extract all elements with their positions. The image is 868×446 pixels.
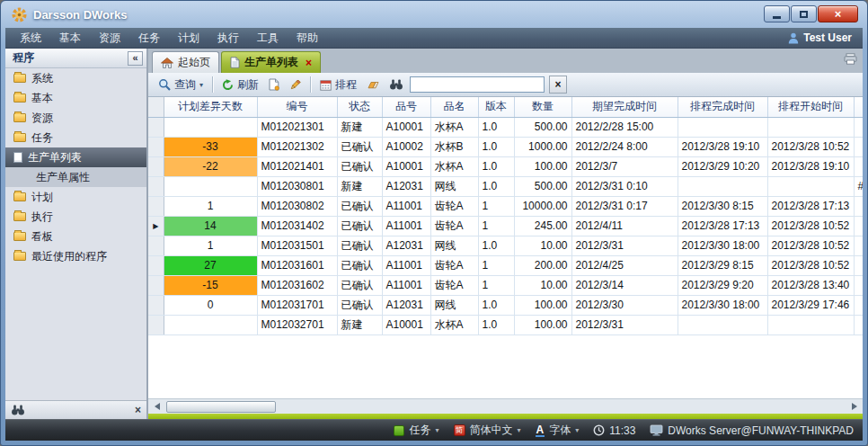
column-header-item_no[interactable]: 品号 bbox=[382, 97, 430, 117]
row-indicator bbox=[148, 196, 164, 216]
scrollbar-track[interactable] bbox=[164, 400, 846, 414]
table-row[interactable]: 27M012031601已确认A11001齿轮A1200.002012/4/25… bbox=[148, 255, 863, 275]
tab-production-order-list[interactable]: 生产单列表 × bbox=[221, 51, 321, 73]
schedule-button[interactable]: 排程 bbox=[316, 76, 360, 94]
table-row[interactable]: ▶14M012031402已确认A11001齿轮A1245.002012/4/1… bbox=[148, 216, 863, 236]
status-font[interactable]: A 字体 ▾ bbox=[536, 423, 580, 438]
sidebar-search-bar[interactable]: × bbox=[5, 400, 146, 419]
row-indicator bbox=[148, 275, 164, 295]
column-header-status[interactable]: 状态 bbox=[337, 97, 382, 117]
sidebar-item-9[interactable]: 看板 bbox=[5, 227, 146, 246]
query-button[interactable]: 查询 ▾ bbox=[155, 76, 207, 94]
sidebar-item-label: 系统 bbox=[31, 71, 53, 86]
title-bar[interactable]: Darsson DWorks bbox=[1, 1, 867, 28]
table-row[interactable]: M012030801新建A12031网线1.0500.002012/3/31 0… bbox=[148, 176, 863, 196]
cell-diff bbox=[164, 176, 257, 196]
cell-expect: 2012/3/31 bbox=[571, 236, 678, 255]
row-indicator bbox=[148, 295, 164, 315]
sidebar-search-clear-icon[interactable]: × bbox=[135, 404, 141, 416]
table-row[interactable]: M012021301新建A10001水杯A1.0500.002012/2/28 … bbox=[148, 117, 863, 137]
app-gear-icon bbox=[12, 7, 27, 22]
sidebar-item-1[interactable]: 系统 bbox=[5, 68, 146, 88]
tab-home[interactable]: 起始页 bbox=[152, 51, 219, 73]
table-row[interactable]: -15M012031602已确认A11001齿轮A110.002012/3/14… bbox=[148, 275, 863, 295]
column-header-extra[interactable] bbox=[854, 97, 863, 117]
find-button[interactable] bbox=[385, 77, 407, 92]
cell-ver: 1.0 bbox=[478, 117, 514, 137]
horizontal-scrollbar[interactable] bbox=[148, 398, 863, 414]
column-header-sched_start[interactable]: 排程开始时间 bbox=[767, 97, 854, 117]
document-icon bbox=[13, 152, 22, 163]
cell-item_no: A11001 bbox=[382, 196, 430, 216]
eraser-icon bbox=[367, 80, 379, 90]
search-input[interactable] bbox=[410, 76, 545, 93]
column-header-item_name[interactable]: 品名 bbox=[430, 97, 478, 117]
table-row[interactable]: 1M012031501已确认A12031网线1.010.002012/3/312… bbox=[148, 236, 863, 255]
clear-search-button[interactable]: × bbox=[549, 76, 567, 94]
cell-expect: 2012/4/11 bbox=[571, 216, 678, 236]
menu-item-2[interactable]: 基本 bbox=[50, 28, 90, 49]
cell-sched_start: 2012/3/28 19:10 bbox=[767, 156, 854, 176]
sidebar-item-10[interactable]: 最近使用的程序 bbox=[5, 246, 146, 266]
table-row[interactable]: 0M012031701已确认A12031网线1.0100.002012/3/30… bbox=[148, 295, 863, 315]
close-button[interactable]: × bbox=[818, 5, 858, 22]
column-header-diff[interactable]: 计划差异天数 bbox=[164, 97, 257, 117]
table-row[interactable]: -33M012021302已确认A10002水杯B1.01000.002012/… bbox=[148, 137, 863, 156]
column-header-ver[interactable]: 版本 bbox=[478, 97, 514, 117]
cell-status: 已确认 bbox=[337, 196, 382, 216]
minimize-button[interactable] bbox=[764, 5, 790, 22]
user-indicator[interactable]: Test User bbox=[788, 31, 857, 44]
menu-item-4[interactable]: 任务 bbox=[129, 28, 169, 49]
sidebar-item-5[interactable]: 生产单列表 bbox=[5, 147, 146, 167]
sidebar-item-2[interactable]: 基本 bbox=[5, 88, 146, 108]
cell-sched_start bbox=[767, 117, 854, 137]
menu-item-5[interactable]: 计划 bbox=[169, 28, 208, 49]
sidebar-item-6[interactable]: 生产单属性 bbox=[5, 167, 146, 187]
cell-extra bbox=[854, 117, 863, 137]
edit-button[interactable] bbox=[286, 77, 305, 93]
sidebar-filler bbox=[5, 266, 146, 400]
cell-ver: 1.0 bbox=[478, 236, 514, 255]
cell-diff: -33 bbox=[164, 137, 257, 156]
menu-item-3[interactable]: 资源 bbox=[90, 28, 129, 49]
row-indicator bbox=[148, 176, 164, 196]
sidebar-collapse-button[interactable]: « bbox=[128, 51, 143, 66]
window-title: Darsson DWorks bbox=[33, 8, 128, 22]
column-header-qty[interactable]: 数量 bbox=[514, 97, 571, 117]
content-area: 程序 « 系统基本资源任务生产单列表生产单属性计划执行看板最近使用的程序 × bbox=[5, 49, 863, 419]
sidebar-item-8[interactable]: 执行 bbox=[5, 207, 146, 227]
cell-expect: 2012/3/31 bbox=[571, 315, 678, 334]
cell-sched_end bbox=[678, 315, 767, 334]
table-row[interactable]: -22M012021401已确认A10001水杯A1.0100.002012/3… bbox=[148, 156, 863, 176]
menu-item-7[interactable]: 工具 bbox=[248, 28, 288, 49]
cell-expect: 2012/3/30 bbox=[571, 295, 678, 315]
table-row[interactable]: M012032701新建A10001水杯A1.0100.002012/3/31 bbox=[148, 315, 863, 334]
print-button[interactable] bbox=[844, 52, 857, 73]
sidebar-item-3[interactable]: 资源 bbox=[5, 108, 146, 128]
maximize-button[interactable] bbox=[791, 5, 817, 22]
new-button[interactable] bbox=[265, 76, 283, 93]
row-indicator bbox=[148, 117, 164, 137]
status-language[interactable]: 简 简体中文 ▾ bbox=[454, 423, 521, 438]
menu-item-8[interactable]: 帮助 bbox=[288, 28, 327, 49]
refresh-button[interactable]: 刷新 bbox=[218, 76, 262, 94]
scrollbar-thumb[interactable] bbox=[166, 401, 276, 413]
column-header-sched_end[interactable]: 排程完成时间 bbox=[678, 97, 767, 117]
scroll-left-button[interactable] bbox=[149, 400, 164, 414]
cell-item_name: 网线 bbox=[430, 176, 478, 196]
tab-close-icon[interactable]: × bbox=[306, 57, 312, 69]
table-row[interactable]: 1M012030802已确认A11001齿轮A110000.002012/3/3… bbox=[148, 196, 863, 216]
binoculars-icon[interactable] bbox=[11, 405, 25, 415]
cell-sched_start: 2012/3/28 10:52 bbox=[767, 255, 854, 275]
column-header-expect[interactable]: 期望完成时间 bbox=[571, 97, 678, 117]
menu-item-6[interactable]: 执行 bbox=[208, 28, 248, 49]
eraser-button[interactable] bbox=[363, 78, 383, 92]
scroll-right-button[interactable] bbox=[846, 400, 862, 414]
sidebar-item-4[interactable]: 任务 bbox=[5, 128, 146, 147]
cell-no: M012021302 bbox=[257, 137, 337, 156]
sidebar-item-7[interactable]: 计划 bbox=[5, 187, 146, 207]
cell-sched_start: 2012/3/28 17:13 bbox=[767, 196, 854, 216]
status-tasks[interactable]: 任务 ▾ bbox=[394, 423, 438, 438]
column-header-no[interactable]: 编号 bbox=[257, 97, 337, 117]
menu-item-1[interactable]: 系统 bbox=[11, 28, 50, 49]
